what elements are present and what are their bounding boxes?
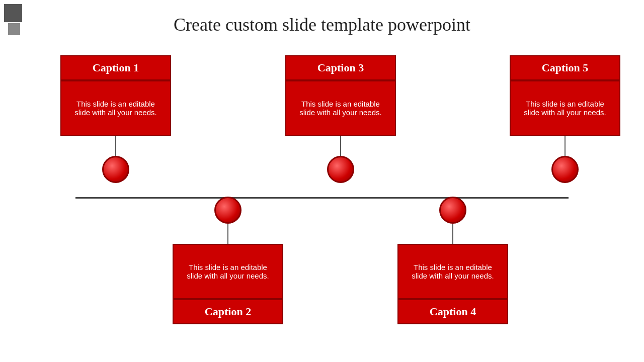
caption-4-label: Caption 4 bbox=[397, 299, 508, 324]
caption-1-label: Caption 1 bbox=[60, 55, 171, 80]
connector-1 bbox=[115, 136, 116, 156]
body-3-text: This slide is an editable slide with all… bbox=[285, 80, 396, 136]
body-5-text: This slide is an editable slide with all… bbox=[510, 80, 620, 136]
body-2-text: This slide is an editable slide with all… bbox=[173, 244, 283, 299]
node-1: Caption 1 This slide is an editable slid… bbox=[60, 55, 171, 183]
page-title: Create custom slide template powerpoint bbox=[0, 0, 644, 40]
circle-2 bbox=[214, 197, 242, 224]
deco-square-2 bbox=[8, 23, 20, 35]
connector-2 bbox=[227, 224, 228, 244]
node-2: This slide is an editable slide with all… bbox=[173, 197, 283, 324]
node-3: Caption 3 This slide is an editable slid… bbox=[285, 55, 396, 183]
deco-square-1 bbox=[4, 4, 22, 22]
node-4: This slide is an editable slide with all… bbox=[397, 197, 508, 324]
connector-3 bbox=[340, 136, 341, 156]
caption-5-label: Caption 5 bbox=[510, 55, 620, 80]
circle-4 bbox=[439, 197, 466, 224]
body-4-text: This slide is an editable slide with all… bbox=[397, 244, 508, 299]
circle-5 bbox=[551, 156, 579, 183]
circle-1 bbox=[102, 156, 129, 183]
connector-4 bbox=[452, 224, 453, 244]
connector-5 bbox=[565, 136, 566, 156]
circle-3 bbox=[327, 156, 354, 183]
node-5: Caption 5 This slide is an editable slid… bbox=[510, 55, 620, 183]
caption-2-label: Caption 2 bbox=[173, 299, 283, 324]
body-1-text: This slide is an editable slide with all… bbox=[60, 80, 171, 136]
caption-3-label: Caption 3 bbox=[285, 55, 396, 80]
timeline-area: Caption 1 This slide is an editable slid… bbox=[25, 55, 619, 347]
